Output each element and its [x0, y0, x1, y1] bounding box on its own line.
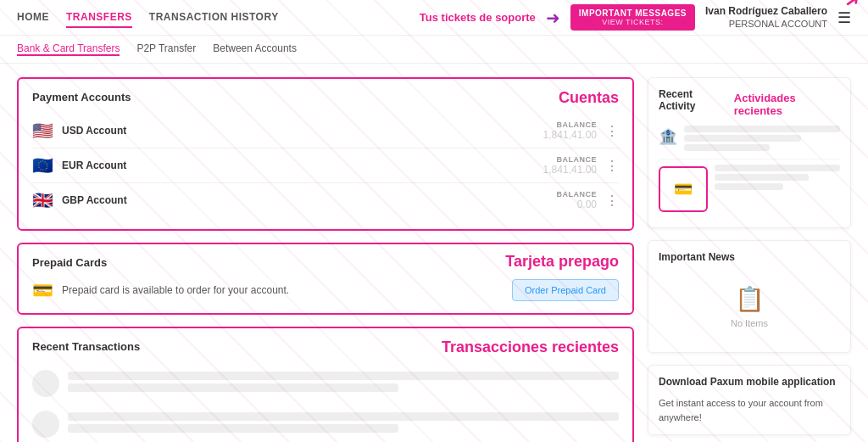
nav-transaction-history[interactable]: TRANSACTION HISTORY: [149, 8, 279, 28]
gbp-account-name: GBP Account: [62, 194, 557, 206]
order-prepaid-card-button[interactable]: Order Prepaid Card: [512, 279, 619, 301]
usd-account-row[interactable]: 🇺🇸 USD Account BALANCE 1,841,41.00 ⋮: [32, 114, 619, 148]
support-arrow-icon: ➜: [546, 8, 560, 28]
no-items-box: 📋 No Items: [659, 271, 840, 342]
prepaid-card-icon: 💳: [32, 280, 53, 300]
no-items-icon: 📋: [659, 285, 840, 313]
payment-accounts-title: Payment Accounts: [32, 91, 619, 104]
sub-nav-bank-card[interactable]: Bank & Card Transfers: [17, 42, 120, 56]
recent-transactions-card: Recent Transactions Transacciones recien…: [17, 327, 634, 442]
gbp-balance: BALANCE 0.00: [557, 190, 598, 210]
user-info: Ivan Rodríguez Caballero PERSONAL ACCOUN…: [705, 5, 827, 31]
eur-account-row[interactable]: 🇪🇺 EUR Account BALANCE 1,841,41.00 ⋮: [32, 148, 619, 183]
hamburger-icon[interactable]: ☰: [837, 8, 851, 27]
important-news-title: Important News: [659, 251, 840, 263]
list-item: 🏦: [659, 120, 840, 159]
table-row: [32, 363, 619, 404]
important-messages-button[interactable]: IMPORTANT MESSAGES View tickets:: [570, 4, 695, 31]
eur-balance: BALANCE 1,841,41.00: [543, 155, 597, 176]
sub-nav-p2p[interactable]: P2P Transfer: [136, 42, 196, 56]
gbp-flag-icon: 🇬🇧: [32, 190, 53, 210]
support-label: Tus tickets de soporte: [420, 11, 536, 24]
no-items-text: No Items: [659, 318, 840, 328]
transacciones-label: Transacciones recientes: [442, 338, 619, 356]
actividades-label: Actividades recientes: [734, 92, 840, 117]
gbp-account-row[interactable]: 🇬🇧 GBP Account BALANCE 0.00 ⋮: [32, 183, 619, 217]
left-column: Payment Accounts Cuentas 🇺🇸 USD Account …: [17, 77, 634, 442]
recent-activity-card: Recent Activity Actividades recientes 🏦 …: [648, 77, 851, 228]
cuentas-label: Cuentas: [559, 89, 619, 107]
download-paxum-title: Download Paxum mobile application: [659, 376, 840, 388]
download-paxum-description: Get instant access to your account from …: [659, 396, 840, 424]
top-nav: HOME TRANSFERS TRANSACTION HISTORY Tus t…: [0, 0, 868, 36]
table-row: [32, 404, 619, 442]
main-content: Payment Accounts Cuentas 🇺🇸 USD Account …: [0, 64, 868, 442]
important-news-card: Important News 📋 No Items: [648, 240, 851, 353]
prepaid-cards-card: Prepaid Cards Tarjeta prepago 💳 Prepaid …: [17, 243, 634, 315]
usd-balance: BALANCE 1,841,41.00: [543, 120, 597, 141]
tarjeta-label: Tarjeta prepago: [505, 253, 619, 271]
bank-icon: 🏦: [659, 127, 677, 146]
usd-account-name: USD Account: [62, 125, 543, 137]
usd-flag-icon: 🇺🇸: [32, 120, 53, 141]
sub-nav: Bank & Card Transfers P2P Transfer Betwe…: [0, 36, 868, 64]
recent-activity-header: Recent Activity Actividades recientes: [659, 88, 840, 120]
card-icon: 💳: [659, 166, 708, 212]
eur-account-name: EUR Account: [62, 159, 543, 171]
list-item: 💳: [659, 159, 840, 217]
usd-menu-icon[interactable]: ⋮: [605, 123, 619, 139]
gbp-menu-icon[interactable]: ⋮: [605, 193, 619, 209]
nav-transfers[interactable]: TRANSFERS: [66, 8, 132, 28]
sub-nav-between-accounts[interactable]: Between Accounts: [213, 42, 297, 56]
download-paxum-card: Download Paxum mobile application Get in…: [648, 365, 851, 435]
nav-right: Tus tickets de soporte ➜ IMPORTANT MESSA…: [420, 4, 851, 31]
nav-home[interactable]: HOME: [17, 8, 49, 28]
prepaid-message: Prepaid card is available to order for y…: [62, 284, 504, 296]
payment-accounts-card: Payment Accounts Cuentas 🇺🇸 USD Account …: [17, 77, 634, 231]
eur-flag-icon: 🇪🇺: [32, 155, 53, 176]
nav-links: HOME TRANSFERS TRANSACTION HISTORY: [17, 8, 420, 28]
prepaid-row: 💳 Prepaid card is available to order for…: [32, 279, 619, 301]
activity-text: [715, 165, 840, 193]
right-column: Recent Activity Actividades recientes 🏦 …: [648, 77, 851, 442]
recent-activity-title: Recent Activity: [659, 88, 727, 112]
eur-menu-icon[interactable]: ⋮: [605, 158, 619, 174]
activity-text: [684, 126, 840, 154]
